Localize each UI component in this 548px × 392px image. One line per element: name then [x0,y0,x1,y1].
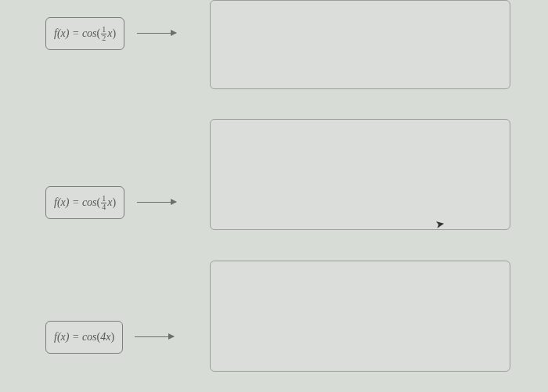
matching-exercise: f(x) = cos ( 1 2 x ) f(x) = cos ( 1 4 x … [0,0,548,392]
formula-box-1[interactable]: f(x) = cos ( 1 2 x ) [45,17,124,50]
arrow-icon [135,336,174,337]
formula-prefix-2: f(x) = cos [54,196,97,209]
drop-target-3[interactable] [210,261,510,372]
formula-prefix-1: f(x) = cos [54,27,97,40]
arrow-icon [137,202,176,203]
arrow-icon [137,33,176,34]
fraction-1: 1 2 [101,26,106,42]
formula-box-2[interactable]: f(x) = cos ( 1 4 x ) [45,186,124,219]
drop-target-2[interactable] [210,119,510,230]
fraction-2: 1 4 [101,195,106,211]
formula-prefix-3: f(x) = cos [54,331,97,343]
formula-box-3[interactable]: f(x) = cos ( 4x ) [45,321,123,354]
drop-target-1[interactable] [210,0,510,89]
